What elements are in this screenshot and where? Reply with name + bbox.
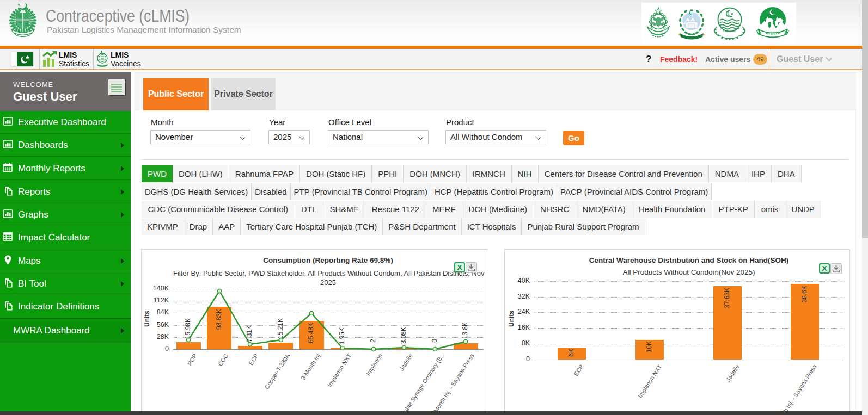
svg-text:X: X xyxy=(457,263,462,271)
svg-text:X: X xyxy=(822,264,827,272)
